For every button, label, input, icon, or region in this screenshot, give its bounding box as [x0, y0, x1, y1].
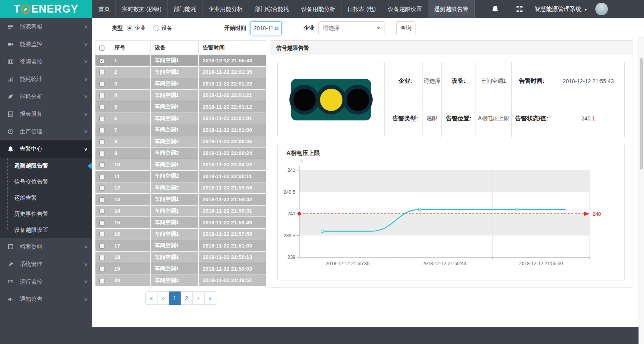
start-time-input[interactable] — [254, 25, 275, 31]
table-row[interactable]: 19车间空调12018-11-22 21:50:03 — [95, 263, 266, 275]
chevron-down-icon: ∨ — [84, 297, 88, 302]
row-checkbox[interactable] — [99, 174, 104, 179]
row-checkbox[interactable] — [99, 220, 104, 226]
sidebar-item[interactable]: 能源看板∨ — [0, 18, 92, 36]
sidebar-item[interactable]: 通知公告∨ — [0, 291, 92, 308]
sidebar-item[interactable]: 告警中心∨ — [0, 140, 92, 158]
page-button[interactable]: 1 — [169, 291, 181, 305]
type-radio-enterprise[interactable]: 企业 — [127, 25, 146, 32]
sidebar-subitem[interactable]: 遥测越限告警 — [0, 158, 92, 174]
sidebar-item[interactable]: 视频监控∨ — [0, 53, 92, 71]
select-all-checkbox[interactable] — [99, 46, 104, 51]
row-checkbox[interactable] — [99, 244, 104, 249]
row-checkbox[interactable] — [99, 197, 104, 202]
cell-no: 13 — [110, 194, 151, 206]
row-checkbox[interactable] — [99, 162, 104, 167]
detail-field-label: 企业: — [388, 62, 422, 100]
row-checkbox[interactable] — [99, 209, 104, 214]
table-row[interactable]: 15车间空调12018-11-22 21:58:49 — [95, 217, 266, 229]
row-checkbox[interactable] — [99, 82, 104, 87]
cell-no: 5 — [110, 101, 151, 113]
page-button[interactable]: » — [204, 291, 216, 305]
sidebar-subitem[interactable]: 历史事件告警 — [0, 206, 92, 222]
row-checkbox[interactable] — [99, 58, 104, 64]
voltage-chart: 239239.5240240.5241V2018-12-12 21:55:352… — [278, 158, 624, 280]
scrollbar-thumb[interactable] — [640, 58, 643, 169]
sidebar-subitem[interactable]: 运维告警 — [0, 190, 92, 206]
system-title-menu[interactable]: 智慧能源管理系统 ▾ — [534, 5, 587, 13]
fullscreen-icon[interactable] — [516, 5, 523, 13]
table-row[interactable]: 20车间空调22018-11-22 21:49:51 — [95, 275, 266, 286]
table-row[interactable]: 18车间空调12018-11-22 21:50:13 — [95, 251, 266, 263]
page-button[interactable]: › — [192, 291, 205, 305]
page-button[interactable]: 2 — [181, 291, 193, 305]
row-checkbox[interactable] — [99, 232, 104, 237]
nav-tab[interactable]: 部门能耗 — [168, 0, 203, 18]
nav-tab[interactable]: 设备越限设置 — [382, 0, 428, 18]
data-point-marker[interactable] — [418, 208, 421, 211]
table-row[interactable]: 7车间空调12018-11-22 22:01:00 — [95, 124, 266, 136]
sidebar-item[interactable]: 档案资料∨ — [0, 238, 92, 256]
row-checkbox[interactable] — [99, 278, 104, 283]
row-checkbox[interactable] — [99, 70, 104, 75]
nav-tab[interactable]: 首页 — [92, 0, 116, 18]
row-checkbox[interactable] — [99, 139, 104, 144]
enterprise-select[interactable]: 请选择 — [318, 21, 384, 35]
nav-tab[interactable]: 企业用能分析 — [203, 0, 249, 18]
row-checkbox[interactable] — [99, 267, 104, 272]
table-row[interactable]: 4车间空调12018-11-22 22:01:21 — [95, 89, 266, 101]
cell-device: 车间空调1 — [151, 228, 199, 240]
table-row[interactable]: 14车间空调12018-11-22 21:59:31 — [95, 205, 266, 217]
sidebar-subitem[interactable]: 信号变位告警 — [0, 174, 92, 190]
type-radio-device[interactable]: 设备 — [154, 25, 172, 32]
data-point-marker[interactable] — [321, 230, 324, 233]
table-row[interactable]: 13车间空调12018-11-22 21:59:42 — [95, 194, 266, 206]
table-row[interactable]: 1车间空调12018-12-12 21:55:43 — [95, 55, 266, 67]
row-checkbox[interactable] — [99, 128, 104, 133]
vertical-scrollbar[interactable] — [639, 36, 644, 344]
row-checkbox[interactable] — [99, 93, 104, 98]
row-checkbox[interactable] — [99, 116, 104, 121]
table-row[interactable]: 11车间空调22018-11-22 22:00:11 — [95, 171, 266, 182]
calendar-icon[interactable] — [275, 25, 279, 31]
radio-unchecked-icon[interactable] — [154, 25, 159, 31]
sidebar-item-label: 档案资料 — [20, 243, 42, 251]
nav-tab[interactable]: 设备用能分析 — [295, 0, 342, 18]
user-avatar[interactable] — [595, 3, 608, 15]
row-checkbox[interactable] — [99, 105, 104, 110]
row-checkbox[interactable] — [99, 186, 104, 191]
sidebar-item[interactable]: 能耗统计∨ — [0, 71, 92, 88]
sidebar-subitem[interactable]: 设备越限设置 — [0, 222, 92, 238]
table-row[interactable]: 8车间空调22018-11-22 22:00:36 — [95, 136, 266, 147]
table-row[interactable]: 6车间空调22018-11-22 22:01:01 — [95, 113, 266, 124]
search-button[interactable]: 查询 — [396, 21, 415, 35]
data-point-marker[interactable] — [516, 208, 518, 211]
detail-field-label: 告警时间: — [511, 62, 552, 100]
sidebar-item[interactable]: 生产管理∨ — [0, 123, 92, 140]
row-checkbox[interactable] — [99, 151, 104, 156]
table-row[interactable]: 10车间空调12018-11-22 22:00:22 — [95, 159, 266, 171]
sidebar-item[interactable]: 能源监控∨ — [0, 36, 92, 53]
sidebar-item-label: 报表服务 — [20, 110, 42, 118]
nav-tab[interactable]: 实时数据 (秒级) — [116, 0, 168, 18]
table-row[interactable]: 3车间空调22018-11-22 22:01:22 — [95, 78, 266, 90]
nav-tab[interactable]: 遥测越限告警 — [428, 0, 475, 18]
sidebar-item[interactable]: 报表服务∨ — [0, 106, 92, 123]
page-button[interactable]: « — [145, 291, 157, 305]
row-checkbox[interactable] — [99, 255, 104, 260]
sidebar-item[interactable]: 能耗分析∨ — [0, 88, 92, 106]
table-row[interactable]: 5车间空调12018-11-22 22:01:12 — [95, 101, 266, 113]
page-button[interactable]: ‹ — [157, 291, 169, 305]
radio-checked-icon[interactable] — [127, 25, 132, 31]
sidebar-item[interactable]: 系统管理∨ — [0, 256, 92, 273]
nav-tab[interactable]: 部门综合能耗 — [249, 0, 295, 18]
table-row[interactable]: 16车间空调12018-11-22 21:57:59 — [95, 228, 266, 240]
logo-text-left: T — [14, 3, 21, 15]
table-row[interactable]: 9车间空调22018-11-22 22:00:24 — [95, 147, 266, 159]
table-row[interactable]: 17车间空调12018-11-22 21:51:03 — [95, 240, 266, 252]
sidebar-item[interactable]: 运行监控∨ — [0, 273, 92, 291]
table-row[interactable]: 2车间空调22018-11-22 22:01:35 — [95, 66, 266, 78]
bell-icon[interactable] — [491, 5, 499, 13]
nav-tab[interactable]: 日报表 (电) — [342, 0, 382, 18]
table-row[interactable]: 12车间空调22018-11-22 21:59:58 — [95, 182, 266, 194]
